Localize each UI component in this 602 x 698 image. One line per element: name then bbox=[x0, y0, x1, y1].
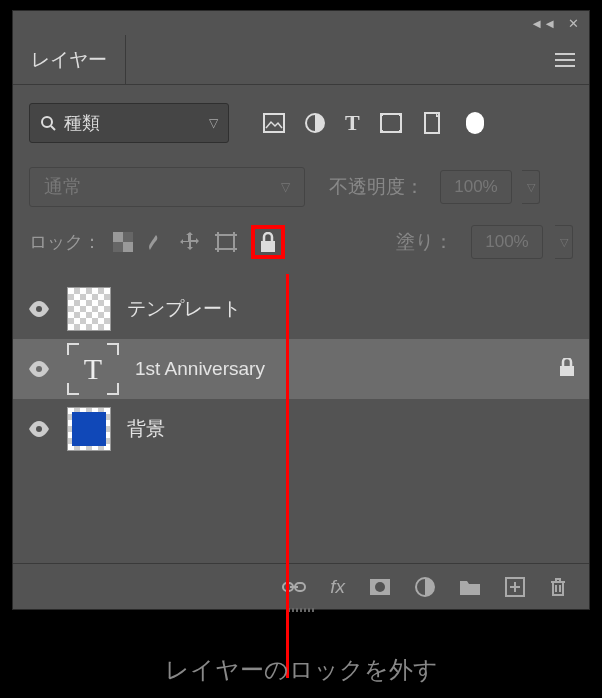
layer-name[interactable]: 1st Anniversary bbox=[135, 358, 265, 380]
smartobject-filter-icon[interactable] bbox=[422, 112, 442, 134]
svg-rect-14 bbox=[261, 241, 275, 252]
lock-artboard-icon[interactable] bbox=[215, 232, 237, 252]
panel-topbar: ◄◄ ✕ bbox=[13, 11, 589, 35]
blend-mode-select[interactable]: 通常 ▽ bbox=[29, 167, 305, 207]
visibility-toggle[interactable] bbox=[27, 361, 51, 377]
delete-layer-icon[interactable] bbox=[549, 577, 567, 597]
visibility-toggle[interactable] bbox=[27, 301, 51, 317]
filter-label: 種類 bbox=[64, 111, 100, 135]
layer-thumbnail[interactable]: T bbox=[67, 343, 119, 395]
svg-point-15 bbox=[36, 306, 42, 312]
layer-name[interactable]: 背景 bbox=[127, 416, 165, 442]
annotation-caption: レイヤーのロックを外す bbox=[0, 654, 602, 686]
blend-mode-value: 通常 bbox=[44, 174, 82, 200]
fill-label: 塗り： bbox=[396, 229, 453, 255]
visibility-toggle[interactable] bbox=[27, 421, 51, 437]
filter-type-icons: T bbox=[263, 110, 442, 136]
layer-thumbnail[interactable] bbox=[67, 407, 111, 451]
layer-row[interactable]: テンプレート bbox=[13, 279, 589, 339]
shape-filter-icon[interactable] bbox=[380, 113, 402, 133]
lock-row: ロック： 塗り： 100% ▽ bbox=[13, 213, 589, 271]
svg-rect-11 bbox=[123, 232, 133, 242]
layer-name[interactable]: テンプレート bbox=[127, 296, 241, 322]
svg-rect-6 bbox=[380, 130, 383, 133]
svg-rect-1 bbox=[264, 114, 284, 132]
svg-rect-4 bbox=[380, 113, 383, 116]
layer-filter-select[interactable]: 種類 ▽ bbox=[29, 103, 229, 143]
lock-label: ロック： bbox=[29, 230, 101, 254]
layer-row[interactable]: T 1st Anniversary bbox=[13, 339, 589, 399]
annotation-line bbox=[286, 274, 289, 678]
lock-transparency-icon[interactable] bbox=[113, 232, 133, 252]
panel-bottom-bar: fx bbox=[13, 563, 589, 609]
new-layer-icon[interactable] bbox=[505, 577, 525, 597]
svg-point-0 bbox=[42, 117, 52, 127]
mask-icon[interactable] bbox=[369, 578, 391, 596]
panel-menu-icon[interactable] bbox=[555, 35, 589, 84]
group-icon[interactable] bbox=[459, 578, 481, 596]
svg-rect-9 bbox=[113, 232, 123, 242]
lock-pixels-icon[interactable] bbox=[147, 232, 165, 252]
resize-grip[interactable] bbox=[277, 608, 325, 612]
close-icon[interactable]: ✕ bbox=[568, 16, 579, 31]
search-icon bbox=[40, 115, 56, 131]
svg-rect-5 bbox=[399, 113, 402, 116]
layer-thumbnail[interactable] bbox=[67, 287, 111, 331]
image-filter-icon[interactable] bbox=[263, 113, 285, 133]
fill-dropdown[interactable]: ▽ bbox=[555, 225, 573, 259]
opacity-input[interactable]: 100% bbox=[440, 170, 512, 204]
svg-rect-10 bbox=[123, 242, 133, 252]
blend-row: 通常 ▽ 不透明度： 100% ▽ bbox=[13, 161, 589, 213]
tab-row: レイヤー bbox=[13, 35, 589, 85]
tab-layers[interactable]: レイヤー bbox=[13, 35, 126, 84]
type-filter-icon[interactable]: T bbox=[345, 110, 360, 136]
svg-rect-17 bbox=[560, 366, 574, 376]
svg-rect-3 bbox=[381, 114, 401, 132]
filter-toggle[interactable] bbox=[466, 112, 484, 134]
adjustment-layer-icon[interactable] bbox=[415, 577, 435, 597]
text-layer-icon: T bbox=[67, 343, 119, 395]
svg-rect-12 bbox=[113, 242, 123, 252]
svg-point-22 bbox=[375, 582, 385, 592]
layer-row[interactable]: 背景 bbox=[13, 399, 589, 459]
filter-row: 種類 ▽ T bbox=[13, 85, 589, 161]
chevron-down-icon: ▽ bbox=[209, 116, 218, 130]
chevron-down-icon: ▽ bbox=[281, 180, 290, 194]
adjustment-filter-icon[interactable] bbox=[305, 113, 325, 133]
svg-rect-13 bbox=[218, 235, 234, 249]
lock-all-button-highlight bbox=[251, 225, 285, 259]
fill-input[interactable]: 100% bbox=[471, 225, 543, 259]
layer-locked-icon[interactable] bbox=[559, 358, 575, 380]
svg-point-18 bbox=[36, 426, 42, 432]
lock-position-icon[interactable] bbox=[179, 231, 201, 253]
fx-icon[interactable]: fx bbox=[330, 576, 345, 598]
svg-point-16 bbox=[36, 366, 42, 372]
collapse-icon[interactable]: ◄◄ bbox=[530, 16, 556, 31]
layers-list: テンプレート T 1st Anniversary 背景 bbox=[13, 271, 589, 467]
opacity-label: 不透明度： bbox=[329, 174, 424, 200]
layers-panel: ◄◄ ✕ レイヤー 種類 ▽ T 通常 ▽ 不透明度： 100% ▽ bbox=[12, 10, 590, 610]
svg-rect-7 bbox=[399, 130, 402, 133]
opacity-dropdown[interactable]: ▽ bbox=[522, 170, 540, 204]
lock-all-icon[interactable] bbox=[259, 232, 277, 252]
